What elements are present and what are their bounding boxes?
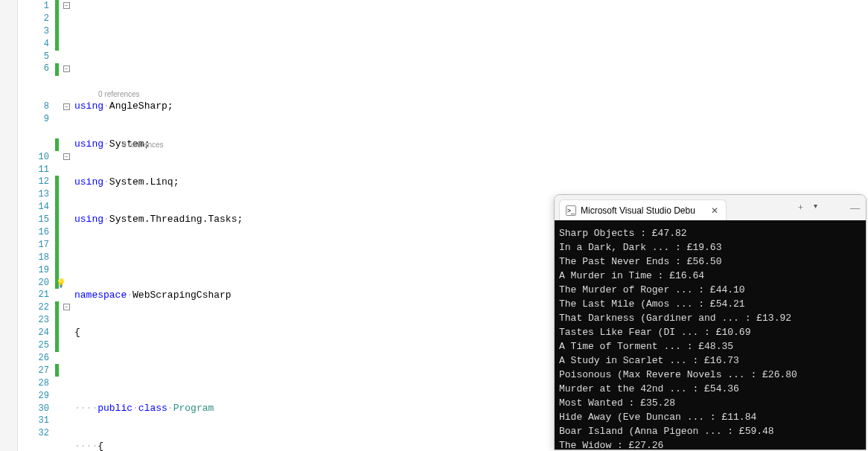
fold-toggle-icon[interactable]: − [63,65,70,72]
lightbulb-icon[interactable]: 💡 [56,278,66,290]
console-tab-title: Microsoft Visual Studio Debu [581,205,705,216]
console-titlebar[interactable]: >_ Microsoft Visual Studio Debu ✕ + ▾ — [555,195,866,220]
debug-console-window[interactable]: >_ Microsoft Visual Studio Debu ✕ + ▾ — … [554,194,867,450]
fold-toggle-icon[interactable]: − [63,304,70,310]
fold-toggle-icon[interactable]: − [63,153,70,160]
codelens-references[interactable]: 0 references [122,139,164,152]
code-line: using·System; [74,138,868,151]
codelens-references[interactable]: 0 references [98,89,140,101]
terminal-icon: >_ [566,205,576,216]
fold-toggle-icon[interactable]: − [63,103,70,110]
line-number-gutter: 1 2 3 4 5 6 8 9 10 11 12 13 14 15 16 17 … [18,0,55,451]
minimize-button[interactable]: — [850,202,860,214]
fold-column[interactable]: − − − − − [61,0,74,451]
code-line: using·System.Linq; [74,176,868,189]
fold-toggle-icon[interactable]: − [63,2,70,9]
code-line: using·AngleSharp; [74,100,868,113]
close-icon[interactable]: ✕ [709,205,720,216]
change-marker-column [55,0,61,451]
chevron-down-icon[interactable]: ▾ [814,202,817,214]
new-tab-button[interactable]: + [798,202,803,214]
console-output[interactable]: Sharp Objects : £47.82 In a Dark, Dark .… [555,220,866,450]
editor-left-margin [0,0,18,451]
titlebar-actions: + ▾ — [798,202,866,214]
console-tab[interactable]: >_ Microsoft Visual Studio Debu ✕ [559,199,727,220]
